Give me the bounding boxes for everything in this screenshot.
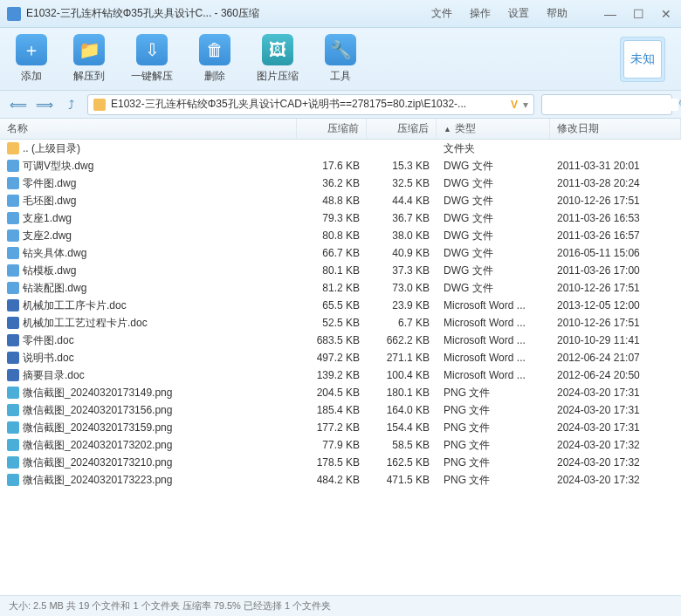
file-name: 微信截图_20240320173156.png xyxy=(23,403,172,418)
delete-button[interactable]: 🗑 删除 xyxy=(199,34,230,84)
cell-before: 139.2 KB xyxy=(297,369,367,381)
tools-icon: 🔧 xyxy=(325,34,356,65)
menu-help[interactable]: 帮助 xyxy=(547,6,568,21)
file-row[interactable]: 钻夹具体.dwg66.7 KB40.9 KBDWG 文件2016-05-11 1… xyxy=(0,244,681,262)
titlebar: E1032-三孔连杆钻绞Φ35孔夹具设计C... - 360压缩 文件 操作 设… xyxy=(0,0,681,28)
search-input[interactable] xyxy=(547,99,678,111)
cell-date: 2024-03-20 17:31 xyxy=(550,421,681,434)
file-icon xyxy=(7,160,19,172)
cell-name: 微信截图_20240320173202.png xyxy=(0,438,297,453)
file-row[interactable]: 支座2.dwg80.8 KB38.0 KBDWG 文件2011-03-26 16… xyxy=(0,227,681,244)
cell-date: 2011-03-26 16:57 xyxy=(550,229,681,242)
file-row[interactable]: 微信截图_20240320173156.png185.4 KB164.0 KBP… xyxy=(0,401,681,419)
oneclick-button[interactable]: ⇩ 一键解压 xyxy=(131,34,173,84)
file-name: .. (上级目录) xyxy=(23,141,80,156)
cell-after: 15.3 KB xyxy=(367,160,437,172)
cell-before: 79.3 KB xyxy=(297,212,367,224)
file-name: 零件图.dwg xyxy=(23,176,76,191)
file-icon xyxy=(7,264,19,277)
cell-before: 484.2 KB xyxy=(297,474,367,486)
cell-type: DWG 文件 xyxy=(437,159,550,174)
file-row[interactable]: 微信截图_20240320173159.png177.2 KB154.4 KBP… xyxy=(0,419,681,436)
file-row[interactable]: 可调V型块.dwg17.6 KB15.3 KBDWG 文件2011-03-31 … xyxy=(0,157,681,175)
header-before[interactable]: 压缩前 xyxy=(297,119,367,139)
file-name: 微信截图_20240320173159.png xyxy=(23,421,172,435)
cell-type: DWG 文件 xyxy=(437,211,550,226)
cell-after: 40.9 KB xyxy=(367,247,437,259)
cell-name: 支座1.dwg xyxy=(0,211,297,226)
file-row[interactable]: 说明书.doc497.2 KB271.1 KBMicrosoft Word ..… xyxy=(0,349,681,366)
file-row[interactable]: 机械加工工序卡片.doc65.5 KB23.9 KBMicrosoft Word… xyxy=(0,297,681,314)
filetype-badge[interactable]: 未知 xyxy=(620,37,665,82)
forward-button[interactable]: ⟹ xyxy=(35,95,54,114)
cell-before: 204.5 KB xyxy=(297,387,367,399)
file-row[interactable]: 微信截图_20240320173202.png77.9 KB58.5 KBPNG… xyxy=(0,436,681,454)
cell-after: 23.9 KB xyxy=(367,299,437,311)
add-button[interactable]: ＋ 添加 xyxy=(16,34,47,84)
file-row[interactable]: 毛坯图.dwg48.8 KB44.4 KBDWG 文件2010-12-26 17… xyxy=(0,192,681,209)
cell-before: 17.6 KB xyxy=(297,160,367,172)
delete-label: 删除 xyxy=(204,69,225,84)
cell-type: PNG 文件 xyxy=(437,421,550,435)
cell-name: 微信截图_20240320173159.png xyxy=(0,421,297,435)
minimize-icon[interactable]: — xyxy=(602,7,618,21)
header-name[interactable]: 名称 xyxy=(0,119,297,139)
path-text: E1032-三孔连杆钻绞Φ35孔夹具设计CAD+说明书==278175=80.z… xyxy=(111,97,507,112)
file-icon xyxy=(7,387,19,399)
cell-date: 2010-10-29 11:41 xyxy=(550,334,681,346)
cell-date: 2011-03-31 20:01 xyxy=(550,160,681,172)
file-row[interactable]: 机械加工工艺过程卡片.doc52.5 KB6.7 KBMicrosoft Wor… xyxy=(0,314,681,332)
menu-settings[interactable]: 设置 xyxy=(508,6,529,21)
cell-before: 36.2 KB xyxy=(297,177,367,189)
file-icon xyxy=(7,474,19,486)
file-row[interactable]: .. (上级目录)文件夹 xyxy=(0,140,681,157)
file-row[interactable]: 零件图.dwg36.2 KB32.5 KBDWG 文件2011-03-28 20… xyxy=(0,175,681,192)
imgcompress-button[interactable]: 🖼 图片压缩 xyxy=(257,34,299,84)
file-row[interactable]: 微信截图_20240320173210.png178.5 KB162.5 KBP… xyxy=(0,454,681,471)
file-row[interactable]: 微信截图_20240320173149.png204.5 KB180.1 KBP… xyxy=(0,384,681,401)
file-icon xyxy=(7,247,19,259)
cell-date: 2013-12-05 12:00 xyxy=(550,299,681,311)
path-box[interactable]: E1032-三孔连杆钻绞Φ35孔夹具设计CAD+说明书==278175=80.z… xyxy=(87,94,534,115)
file-name: 微信截图_20240320173223.png xyxy=(23,473,172,488)
menu-file[interactable]: 文件 xyxy=(431,6,452,21)
file-row[interactable]: 钻模板.dwg80.1 KB37.3 KBDWG 文件2011-03-26 17… xyxy=(0,262,681,279)
file-row[interactable]: 钻装配图.dwg81.2 KB73.0 KBDWG 文件2010-12-26 1… xyxy=(0,279,681,297)
file-name: 钻装配图.dwg xyxy=(23,281,86,296)
column-headers: 名称 压缩前 压缩后 ▲类型 修改日期 xyxy=(0,119,681,140)
cell-date: 2024-03-20 17:32 xyxy=(550,474,681,486)
file-row[interactable]: 零件图.doc683.5 KB662.2 KBMicrosoft Word ..… xyxy=(0,332,681,349)
cell-type: DWG 文件 xyxy=(437,246,550,261)
cell-before: 81.2 KB xyxy=(297,282,367,294)
back-button[interactable]: ⟸ xyxy=(9,95,28,114)
header-type[interactable]: ▲类型 xyxy=(437,119,550,139)
header-date[interactable]: 修改日期 xyxy=(550,119,681,139)
app-icon xyxy=(7,7,21,21)
maximize-icon[interactable]: ☐ xyxy=(630,7,646,21)
window-title: E1032-三孔连杆钻绞Φ35孔夹具设计C... - 360压缩 xyxy=(26,6,259,21)
search-box[interactable]: 🔍 xyxy=(541,94,672,115)
cell-after: 38.0 KB xyxy=(367,229,437,242)
header-after[interactable]: 压缩后 xyxy=(367,119,437,139)
file-row[interactable]: 摘要目录.doc139.2 KB100.4 KBMicrosoft Word .… xyxy=(0,366,681,384)
cell-name: 钻夹具体.dwg xyxy=(0,246,297,261)
cell-name: 微信截图_20240320173210.png xyxy=(0,455,297,470)
cell-type: PNG 文件 xyxy=(437,386,550,400)
path-dropdown-icon[interactable]: ▾ xyxy=(523,99,528,111)
menu-operate[interactable]: 操作 xyxy=(470,6,491,21)
extract-button[interactable]: 📁 解压到 xyxy=(73,34,105,84)
file-row[interactable]: 微信截图_20240320173223.png484.2 KB471.5 KBP… xyxy=(0,471,681,489)
cell-date: 2010-12-26 17:51 xyxy=(550,282,681,294)
close-icon[interactable]: ✕ xyxy=(658,7,674,21)
cell-before: 177.2 KB xyxy=(297,421,367,434)
up-button[interactable]: ⤴ xyxy=(61,95,80,114)
cell-date: 2011-03-26 16:53 xyxy=(550,212,681,224)
cell-name: 毛坯图.dwg xyxy=(0,194,297,209)
tools-button[interactable]: 🔧 工具 xyxy=(325,34,356,84)
cell-type: PNG 文件 xyxy=(437,473,550,488)
cell-date: 2024-03-20 17:32 xyxy=(550,439,681,451)
cell-name: 说明书.doc xyxy=(0,351,297,366)
file-name: 机械加工工序卡片.doc xyxy=(23,298,127,313)
file-row[interactable]: 支座1.dwg79.3 KB36.7 KBDWG 文件2011-03-26 16… xyxy=(0,209,681,227)
cell-type: DWG 文件 xyxy=(437,264,550,278)
